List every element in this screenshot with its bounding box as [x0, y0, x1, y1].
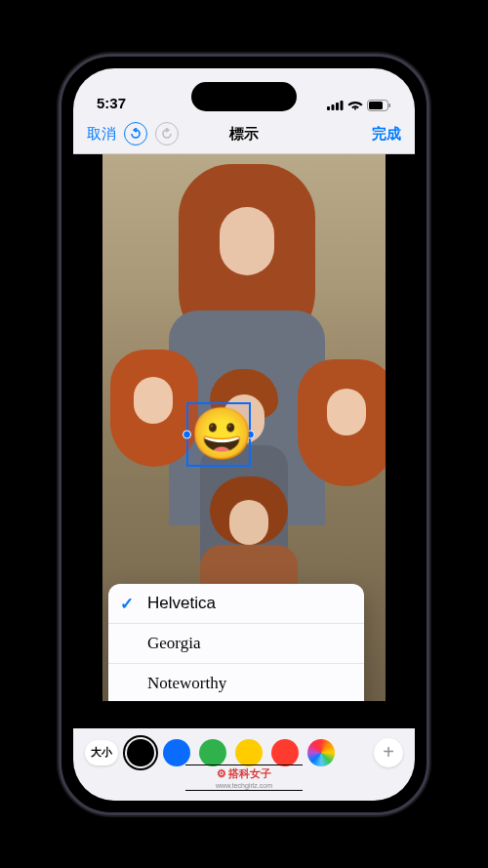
font-label: Georgia — [147, 634, 200, 652]
undo-button[interactable] — [124, 122, 147, 145]
font-popover: ✓ Helvetica Georgia Noteworthy 小 — [108, 584, 364, 701]
status-time: 5:37 — [97, 95, 126, 111]
svg-rect-5 — [369, 102, 383, 109]
plus-icon: + — [383, 741, 394, 764]
phone-frame: 5:37 取消 — [59, 54, 429, 815]
svg-rect-3 — [341, 101, 344, 110]
emoji-sticker[interactable]: 😀 — [190, 404, 249, 463]
font-label: Noteworthy — [147, 674, 226, 692]
bottom-toolbar: 大小 + ⚙搭科女子 www.techgirlz.com — [73, 728, 415, 801]
watermark: ⚙搭科女子 www.techgirlz.com — [185, 765, 303, 791]
dynamic-island — [191, 82, 297, 111]
svg-rect-1 — [332, 104, 335, 110]
cellular-signal-icon — [327, 100, 344, 110]
nav-title: 標示 — [229, 125, 259, 144]
text-style-label: 大小 — [91, 745, 112, 760]
markup-canvas[interactable]: 😀 ✓ Helvetica Georgia Noteworthy 小 — [73, 154, 415, 701]
color-swatch-yellow[interactable] — [235, 739, 263, 766]
color-swatch-black[interactable] — [127, 739, 154, 766]
color-picker-button[interactable] — [307, 739, 335, 766]
color-swatch-red[interactable] — [271, 739, 299, 766]
font-option-georgia[interactable]: Georgia — [108, 624, 364, 664]
wifi-icon — [347, 100, 363, 110]
cancel-button[interactable]: 取消 — [87, 125, 116, 144]
font-option-helvetica[interactable]: ✓ Helvetica — [108, 584, 364, 624]
battery-icon — [367, 100, 391, 111]
add-shape-button[interactable]: + — [374, 738, 403, 767]
nav-bar: 取消 標示 完成 — [73, 115, 415, 154]
font-option-noteworthy[interactable]: Noteworthy — [108, 664, 364, 701]
checkmark-icon: ✓ — [120, 593, 134, 613]
font-label: Helvetica — [147, 594, 216, 612]
redo-button — [155, 122, 179, 145]
screen: 5:37 取消 — [73, 68, 415, 801]
svg-rect-2 — [336, 103, 339, 110]
color-swatch-green[interactable] — [199, 739, 226, 766]
done-button[interactable]: 完成 — [372, 125, 401, 144]
color-swatch-blue[interactable] — [163, 739, 190, 766]
svg-rect-6 — [389, 103, 391, 107]
text-style-button[interactable]: 大小 — [85, 740, 118, 765]
svg-rect-0 — [327, 106, 330, 110]
